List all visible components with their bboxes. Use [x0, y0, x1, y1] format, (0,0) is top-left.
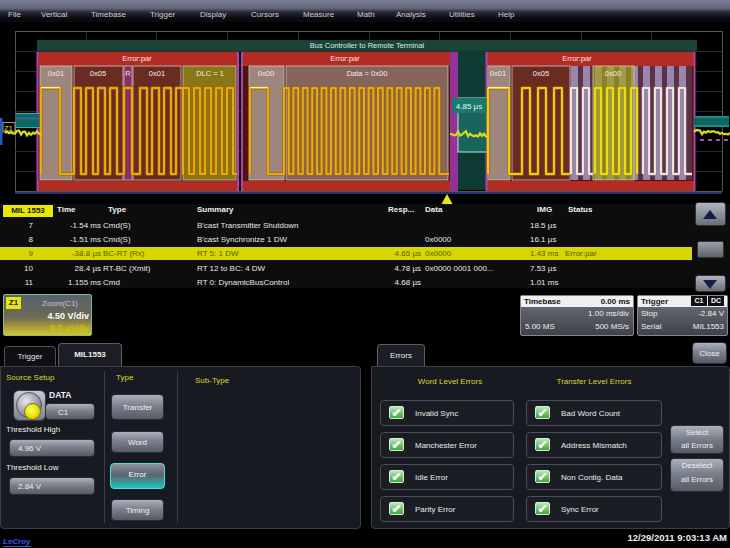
- svg-text:Error:par: Error:par: [562, 54, 592, 63]
- svg-text:0x00: 0x00: [258, 69, 274, 78]
- svg-text:Error:par: Error:par: [330, 54, 360, 63]
- svg-text:Z1: Z1: [4, 124, 13, 133]
- svg-text:0x01: 0x01: [48, 69, 64, 78]
- svg-text:Data = 0x00: Data = 0x00: [347, 69, 388, 78]
- svg-text:Bus Controller to Remote Termi: Bus Controller to Remote Terminal: [310, 41, 425, 50]
- svg-text:R: R: [125, 69, 131, 78]
- svg-text:0x00: 0x00: [605, 69, 621, 78]
- svg-text:Error:par: Error:par: [122, 54, 152, 63]
- svg-text:0x01: 0x01: [149, 69, 165, 78]
- svg-text:0x01: 0x01: [490, 69, 506, 78]
- svg-text:4.85 µs: 4.85 µs: [456, 102, 482, 111]
- svg-text:0x05: 0x05: [90, 69, 106, 78]
- svg-text:0x05: 0x05: [533, 69, 549, 78]
- svg-text:DLC = 1: DLC = 1: [196, 69, 224, 78]
